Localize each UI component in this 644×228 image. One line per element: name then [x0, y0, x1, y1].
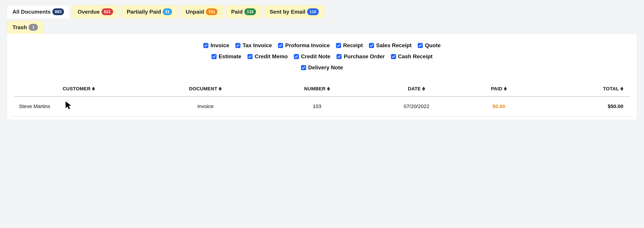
tab-label: Unpaid: [186, 9, 204, 15]
cell-paid: $0.00: [466, 96, 532, 116]
tab-count-badge: 31: [163, 8, 172, 15]
filter-tax-invoice[interactable]: Tax Invoice: [235, 42, 272, 48]
documents-panel: InvoiceTax InvoiceProforma InvoiceReceip…: [7, 33, 637, 120]
filter-quote[interactable]: Quote: [418, 42, 440, 48]
filter-estimate[interactable]: Estimate: [212, 53, 241, 60]
checkbox-icon: [391, 54, 396, 59]
filter-label: Invoice: [210, 42, 229, 48]
column-header-label: DOCUMENT: [189, 86, 218, 91]
checkbox-icon: [336, 54, 342, 59]
column-header-total[interactable]: TOTAL: [532, 83, 630, 96]
column-header-customer[interactable]: CUSTOMER: [14, 83, 144, 96]
table-row[interactable]: Steve Martins Invoice 103 07/20/2022 $0.…: [14, 96, 630, 116]
svg-marker-6: [422, 87, 425, 89]
tab-count-badge: 883: [52, 8, 64, 15]
checkbox-icon: [278, 43, 283, 48]
column-header-label: NUMBER: [304, 86, 326, 91]
svg-marker-9: [504, 89, 507, 91]
tab-all-documents[interactable]: All Documents883: [7, 5, 70, 18]
checkbox-icon: [235, 43, 240, 48]
checkbox-icon: [301, 65, 306, 70]
cell-total: $50.00: [532, 96, 630, 116]
checkbox-icon: [418, 43, 423, 48]
svg-marker-7: [422, 89, 425, 91]
tab-overdue[interactable]: Overdue521: [72, 5, 119, 18]
filter-label: Proforma Invoice: [285, 42, 330, 48]
tab-count-badge: 132: [244, 8, 256, 15]
column-header-label: DATE: [408, 86, 421, 91]
tabs-row: All Documents883Overdue521Partially Paid…: [7, 5, 637, 18]
tab-partially-paid[interactable]: Partially Paid31: [121, 5, 178, 18]
filter-label: Receipt: [343, 42, 363, 48]
filter-label: Purchase Order: [344, 53, 384, 60]
cell-number: 103: [267, 96, 367, 116]
svg-marker-2: [219, 87, 222, 89]
column-header-label: PAID: [491, 86, 502, 91]
checkbox-icon: [294, 54, 299, 59]
sort-icon: [422, 87, 425, 91]
tab-label: Partially Paid: [127, 9, 161, 15]
checkbox-icon: [336, 43, 341, 48]
column-header-number[interactable]: NUMBER: [267, 83, 367, 96]
checkbox-icon: [369, 43, 374, 48]
svg-marker-11: [620, 89, 623, 91]
tab-count-badge: 1: [29, 24, 38, 31]
tab-count-badge: 751: [206, 8, 218, 15]
checkbox-icon: [203, 43, 208, 48]
svg-marker-4: [327, 87, 330, 89]
column-header-document[interactable]: DOCUMENT: [144, 83, 267, 96]
column-header-date[interactable]: DATE: [367, 83, 466, 96]
filter-label: Sales Receipt: [376, 42, 412, 48]
filter-credit-note[interactable]: Credit Note: [294, 53, 330, 60]
tab-label: Sent by Email: [270, 9, 306, 15]
filter-credit-memo[interactable]: Credit Memo: [248, 53, 288, 60]
cell-document: Invoice: [144, 96, 267, 116]
column-header-paid[interactable]: PAID: [466, 83, 532, 96]
column-header-label: TOTAL: [603, 86, 619, 91]
filter-label: Estimate: [219, 53, 241, 60]
total-amount: $50.00: [608, 103, 623, 109]
filter-label: Delivery Note: [308, 64, 343, 71]
tab-label: Paid: [231, 9, 243, 15]
sort-icon: [219, 87, 222, 91]
filter-purchase-order[interactable]: Purchase Order: [336, 53, 384, 60]
checkbox-icon: [212, 54, 216, 59]
column-header-label: CUSTOMER: [62, 86, 90, 91]
svg-marker-8: [504, 87, 507, 89]
sort-icon: [504, 87, 507, 91]
tab-unpaid[interactable]: Unpaid751: [180, 5, 223, 18]
tab-label: Overdue: [78, 9, 100, 15]
svg-marker-10: [620, 87, 623, 89]
tab-count-badge: 521: [102, 8, 113, 15]
filter-receipt[interactable]: Receipt: [336, 42, 363, 48]
filter-label: Quote: [425, 42, 440, 48]
filter-proforma-invoice[interactable]: Proforma Invoice: [278, 42, 330, 48]
cell-date: 07/20/2022: [367, 96, 466, 116]
document-type-filters: InvoiceTax InvoiceProforma InvoiceReceip…: [194, 42, 450, 71]
cursor-arrow-icon: [65, 101, 72, 111]
customer-name: Steve Martins: [19, 103, 50, 109]
filter-sales-receipt[interactable]: Sales Receipt: [369, 42, 412, 48]
checkbox-icon: [248, 54, 252, 59]
tab-label: Trash: [12, 24, 27, 30]
filter-invoice[interactable]: Invoice: [203, 42, 229, 48]
svg-marker-1: [92, 89, 95, 91]
svg-marker-0: [92, 87, 95, 89]
documents-table: CUSTOMER DOCUMENT: [14, 83, 630, 116]
sort-icon: [620, 87, 623, 91]
cell-customer: Steve Martins: [14, 96, 144, 116]
filter-delivery-note[interactable]: Delivery Note: [301, 64, 343, 71]
tab-count-badge: 110: [307, 8, 319, 15]
tab-sent-by-email[interactable]: Sent by Email110: [264, 5, 324, 18]
tab-trash[interactable]: Trash1: [7, 21, 44, 34]
svg-marker-12: [66, 101, 71, 109]
filter-label: Tax Invoice: [242, 42, 272, 48]
sort-icon: [327, 87, 330, 91]
filter-label: Credit Note: [301, 53, 330, 60]
svg-marker-3: [219, 89, 222, 91]
filter-label: Cash Receipt: [398, 53, 433, 60]
tab-paid[interactable]: Paid132: [226, 5, 262, 18]
paid-amount: $0.00: [492, 103, 505, 109]
filter-label: Credit Memo: [255, 53, 288, 60]
filter-cash-receipt[interactable]: Cash Receipt: [391, 53, 433, 60]
